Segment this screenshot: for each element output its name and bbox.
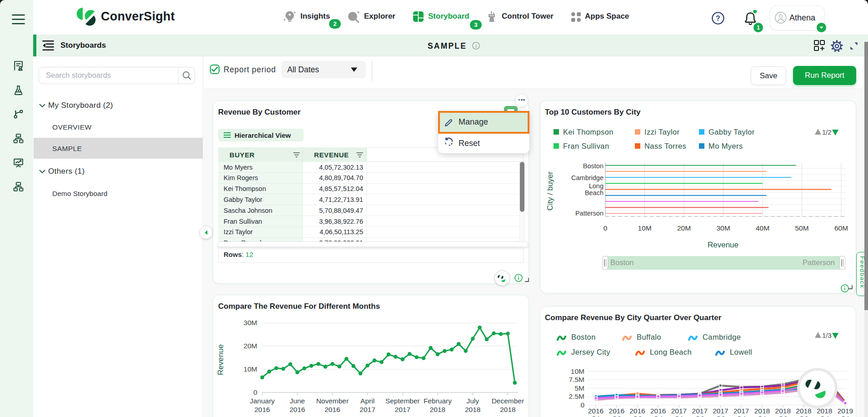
svg-text:20M: 20M xyxy=(244,342,257,350)
svg-text:2.5M: 2.5M xyxy=(569,392,584,400)
svg-text:Q1: Q1 xyxy=(674,415,684,417)
svg-text:7.5M: 7.5M xyxy=(569,376,584,383)
svg-text:2018: 2018 xyxy=(465,406,480,413)
svg-text:Long: Long xyxy=(589,182,604,190)
svg-text:Q2: Q2 xyxy=(778,415,788,417)
svg-text:2016: 2016 xyxy=(254,406,270,413)
svg-text:Patterson: Patterson xyxy=(575,210,604,217)
svg-text:City / buyer: City / buyer xyxy=(546,171,554,211)
svg-text:?: ? xyxy=(716,15,720,22)
svg-text:December: December xyxy=(492,397,524,405)
svg-text:Q1: Q1 xyxy=(591,415,601,417)
svg-text:30M: 30M xyxy=(716,224,730,232)
svg-text:Revenue: Revenue xyxy=(216,344,225,375)
svg-text:0: 0 xyxy=(253,388,257,396)
svg-text:Revenue: Revenue xyxy=(708,241,738,249)
svg-text:Q2: Q2 xyxy=(695,415,704,417)
svg-text:Boston: Boston xyxy=(583,162,604,170)
svg-text:Q4: Q4 xyxy=(820,415,829,417)
svg-text:Beach: Beach xyxy=(585,189,604,196)
svg-text:50M: 50M xyxy=(795,224,808,232)
svg-text:10M: 10M xyxy=(571,367,584,375)
svg-text:30M: 30M xyxy=(244,319,257,327)
svg-text:April: April xyxy=(360,397,374,405)
svg-text:Q2: Q2 xyxy=(612,415,621,417)
svg-text:2017: 2017 xyxy=(733,407,749,415)
svg-text:2017: 2017 xyxy=(359,406,375,413)
svg-text:20M: 20M xyxy=(677,224,691,232)
svg-text:10M: 10M xyxy=(638,224,651,232)
svg-text:2016: 2016 xyxy=(629,407,645,415)
svg-text:2016: 2016 xyxy=(324,406,340,413)
svg-text:10M: 10M xyxy=(244,365,257,373)
svg-text:2017: 2017 xyxy=(713,407,728,415)
svg-text:2018: 2018 xyxy=(500,406,515,413)
svg-text:2016: 2016 xyxy=(650,407,666,415)
svg-text:November: November xyxy=(316,397,349,405)
svg-text:2017: 2017 xyxy=(671,407,687,415)
svg-text:Q1: Q1 xyxy=(758,415,767,417)
svg-text:2019: 2019 xyxy=(838,407,853,415)
svg-text:Q3: Q3 xyxy=(799,415,808,417)
svg-text:0: 0 xyxy=(580,401,584,409)
svg-text:September: September xyxy=(385,397,420,405)
svg-text:2018: 2018 xyxy=(754,407,770,415)
svg-text:2018: 2018 xyxy=(775,407,791,415)
svg-text:i: i xyxy=(475,43,477,49)
svg-text:Q4: Q4 xyxy=(737,415,746,417)
svg-text:2016: 2016 xyxy=(609,407,624,415)
svg-text:February: February xyxy=(424,397,452,405)
svg-text:Cambridge: Cambridge xyxy=(571,174,604,181)
svg-text:2018: 2018 xyxy=(817,407,832,415)
svg-text:60M: 60M xyxy=(834,224,848,232)
svg-text:Q4: Q4 xyxy=(653,415,663,417)
svg-text:2016: 2016 xyxy=(289,406,305,413)
svg-text:January: January xyxy=(249,397,274,405)
svg-text:Q3: Q3 xyxy=(633,415,642,417)
svg-text:June: June xyxy=(289,397,305,405)
svg-text:40M: 40M xyxy=(756,224,769,232)
svg-text:2016: 2016 xyxy=(588,407,604,415)
svg-text:July: July xyxy=(466,397,479,405)
svg-text:Q3: Q3 xyxy=(716,415,725,417)
svg-text:2017: 2017 xyxy=(692,407,708,415)
svg-text:5M: 5M xyxy=(574,384,584,392)
svg-text:0: 0 xyxy=(604,224,608,232)
svg-text:2017: 2017 xyxy=(395,406,410,413)
svg-text:2018: 2018 xyxy=(796,407,811,415)
svg-text:2018: 2018 xyxy=(430,406,445,413)
svg-text:Q1: Q1 xyxy=(841,415,850,417)
